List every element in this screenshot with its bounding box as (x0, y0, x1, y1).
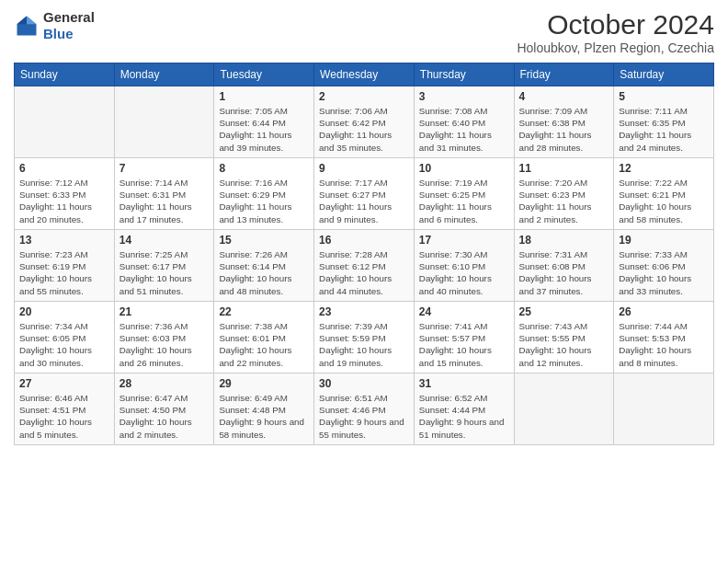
calendar-cell: 11Sunrise: 7:20 AM Sunset: 6:23 PM Dayli… (514, 158, 614, 230)
calendar-header-row: SundayMondayTuesdayWednesdayThursdayFrid… (15, 63, 714, 86)
calendar-cell: 16Sunrise: 7:28 AM Sunset: 6:12 PM Dayli… (314, 230, 415, 302)
day-number: 18 (519, 234, 609, 247)
day-detail: Sunrise: 7:25 AM Sunset: 6:17 PM Dayligh… (119, 248, 210, 297)
calendar-cell: 31Sunrise: 6:52 AM Sunset: 4:44 PM Dayli… (414, 373, 514, 445)
day-detail: Sunrise: 7:14 AM Sunset: 6:31 PM Dayligh… (119, 177, 210, 225)
calendar-cell: 23Sunrise: 7:39 AM Sunset: 5:59 PM Dayli… (314, 302, 415, 373)
day-detail: Sunrise: 7:22 AM Sunset: 6:21 PM Dayligh… (619, 177, 709, 225)
calendar-cell: 5Sunrise: 7:11 AM Sunset: 6:35 PM Daylig… (614, 86, 714, 158)
day-number: 13 (19, 234, 109, 247)
day-number: 9 (319, 162, 409, 175)
logo-blue: Blue (43, 26, 95, 42)
calendar-cell: 8Sunrise: 7:16 AM Sunset: 6:29 PM Daylig… (214, 158, 314, 230)
calendar-cell: 15Sunrise: 7:26 AM Sunset: 6:14 PM Dayli… (214, 230, 314, 302)
week-row-4: 20Sunrise: 7:34 AM Sunset: 6:05 PM Dayli… (15, 302, 714, 373)
day-number: 7 (119, 162, 210, 175)
day-detail: Sunrise: 7:11 AM Sunset: 6:35 PM Dayligh… (619, 105, 709, 154)
day-number: 8 (219, 162, 309, 175)
day-detail: Sunrise: 7:20 AM Sunset: 6:23 PM Dayligh… (519, 177, 609, 225)
calendar-cell: 12Sunrise: 7:22 AM Sunset: 6:21 PM Dayli… (614, 158, 714, 230)
day-number: 29 (219, 377, 309, 390)
day-number: 28 (119, 377, 210, 390)
day-detail: Sunrise: 7:31 AM Sunset: 6:08 PM Dayligh… (519, 248, 609, 297)
day-detail: Sunrise: 6:49 AM Sunset: 4:48 PM Dayligh… (219, 392, 309, 441)
day-detail: Sunrise: 7:39 AM Sunset: 5:59 PM Dayligh… (319, 320, 409, 369)
logo-general: General (43, 9, 95, 26)
calendar-cell: 3Sunrise: 7:08 AM Sunset: 6:40 PM Daylig… (414, 86, 514, 158)
day-detail: Sunrise: 7:19 AM Sunset: 6:25 PM Dayligh… (419, 177, 509, 225)
day-number: 30 (319, 377, 409, 390)
header-thursday: Thursday (414, 63, 514, 86)
day-detail: Sunrise: 7:33 AM Sunset: 6:06 PM Dayligh… (619, 248, 709, 297)
header-sunday: Sunday (15, 63, 115, 86)
calendar-cell: 6Sunrise: 7:12 AM Sunset: 6:33 PM Daylig… (15, 158, 115, 230)
day-detail: Sunrise: 7:30 AM Sunset: 6:10 PM Dayligh… (419, 248, 509, 297)
day-number: 23 (319, 305, 409, 318)
day-detail: Sunrise: 7:38 AM Sunset: 6:01 PM Dayligh… (219, 320, 309, 369)
day-number: 15 (219, 234, 309, 247)
calendar-cell: 9Sunrise: 7:17 AM Sunset: 6:27 PM Daylig… (314, 158, 415, 230)
svg-marker-1 (27, 17, 37, 25)
day-detail: Sunrise: 7:28 AM Sunset: 6:12 PM Dayligh… (319, 248, 409, 297)
svg-marker-2 (17, 17, 28, 25)
day-number: 31 (419, 377, 509, 390)
day-detail: Sunrise: 6:51 AM Sunset: 4:46 PM Dayligh… (319, 392, 409, 441)
day-number: 11 (519, 162, 609, 175)
header-friday: Friday (514, 63, 614, 86)
calendar-subtitle: Holoubkov, Plzen Region, Czechia (517, 40, 714, 55)
calendar-cell: 14Sunrise: 7:25 AM Sunset: 6:17 PM Dayli… (114, 230, 214, 302)
day-number: 25 (519, 305, 609, 318)
day-detail: Sunrise: 7:06 AM Sunset: 6:42 PM Dayligh… (319, 105, 409, 154)
calendar-cell: 25Sunrise: 7:43 AM Sunset: 5:55 PM Dayli… (514, 302, 614, 373)
calendar-cell: 28Sunrise: 6:47 AM Sunset: 4:50 PM Dayli… (114, 373, 214, 445)
header-wednesday: Wednesday (314, 63, 415, 86)
day-number: 14 (119, 234, 210, 247)
logo-text: General Blue (43, 9, 95, 42)
week-row-5: 27Sunrise: 6:46 AM Sunset: 4:51 PM Dayli… (15, 373, 714, 445)
calendar-cell: 18Sunrise: 7:31 AM Sunset: 6:08 PM Dayli… (514, 230, 614, 302)
calendar-cell: 30Sunrise: 6:51 AM Sunset: 4:46 PM Dayli… (314, 373, 415, 445)
day-detail: Sunrise: 7:05 AM Sunset: 6:44 PM Dayligh… (219, 105, 309, 154)
day-detail: Sunrise: 7:09 AM Sunset: 6:38 PM Dayligh… (519, 105, 609, 154)
calendar-cell (514, 373, 614, 445)
day-number: 1 (219, 90, 309, 103)
day-detail: Sunrise: 7:16 AM Sunset: 6:29 PM Dayligh… (219, 177, 309, 225)
title-block: October 2024 Holoubkov, Plzen Region, Cz… (517, 9, 714, 55)
calendar-cell (15, 86, 115, 158)
day-number: 17 (419, 234, 509, 247)
day-number: 12 (619, 162, 709, 175)
header: General Blue October 2024 Holoubkov, Plz… (14, 9, 714, 55)
calendar-cell: 24Sunrise: 7:41 AM Sunset: 5:57 PM Dayli… (414, 302, 514, 373)
calendar-cell: 13Sunrise: 7:23 AM Sunset: 6:19 PM Dayli… (15, 230, 115, 302)
calendar-cell: 1Sunrise: 7:05 AM Sunset: 6:44 PM Daylig… (214, 86, 314, 158)
day-number: 27 (19, 377, 109, 390)
calendar-cell: 4Sunrise: 7:09 AM Sunset: 6:38 PM Daylig… (514, 86, 614, 158)
day-detail: Sunrise: 7:08 AM Sunset: 6:40 PM Dayligh… (419, 105, 509, 154)
calendar-cell: 21Sunrise: 7:36 AM Sunset: 6:03 PM Dayli… (114, 302, 214, 373)
day-detail: Sunrise: 7:44 AM Sunset: 5:53 PM Dayligh… (619, 320, 709, 369)
header-monday: Monday (114, 63, 214, 86)
day-number: 22 (219, 305, 309, 318)
day-detail: Sunrise: 7:34 AM Sunset: 6:05 PM Dayligh… (19, 320, 109, 369)
calendar-cell: 20Sunrise: 7:34 AM Sunset: 6:05 PM Dayli… (15, 302, 115, 373)
calendar-cell (114, 86, 214, 158)
day-number: 20 (19, 305, 109, 318)
day-detail: Sunrise: 7:17 AM Sunset: 6:27 PM Dayligh… (319, 177, 409, 225)
week-row-1: 1Sunrise: 7:05 AM Sunset: 6:44 PM Daylig… (15, 86, 714, 158)
header-tuesday: Tuesday (214, 63, 314, 86)
calendar-cell: 22Sunrise: 7:38 AM Sunset: 6:01 PM Dayli… (214, 302, 314, 373)
day-number: 26 (619, 305, 709, 318)
day-detail: Sunrise: 7:23 AM Sunset: 6:19 PM Dayligh… (19, 248, 109, 297)
day-detail: Sunrise: 7:36 AM Sunset: 6:03 PM Dayligh… (119, 320, 210, 369)
calendar-cell: 7Sunrise: 7:14 AM Sunset: 6:31 PM Daylig… (114, 158, 214, 230)
day-detail: Sunrise: 7:41 AM Sunset: 5:57 PM Dayligh… (419, 320, 509, 369)
calendar-cell: 29Sunrise: 6:49 AM Sunset: 4:48 PM Dayli… (214, 373, 314, 445)
day-number: 21 (119, 305, 210, 318)
calendar-cell: 26Sunrise: 7:44 AM Sunset: 5:53 PM Dayli… (614, 302, 714, 373)
day-number: 2 (319, 90, 409, 103)
week-row-3: 13Sunrise: 7:23 AM Sunset: 6:19 PM Dayli… (15, 230, 714, 302)
day-number: 3 (419, 90, 509, 103)
calendar-cell (614, 373, 714, 445)
calendar-cell: 10Sunrise: 7:19 AM Sunset: 6:25 PM Dayli… (414, 158, 514, 230)
day-number: 5 (619, 90, 709, 103)
